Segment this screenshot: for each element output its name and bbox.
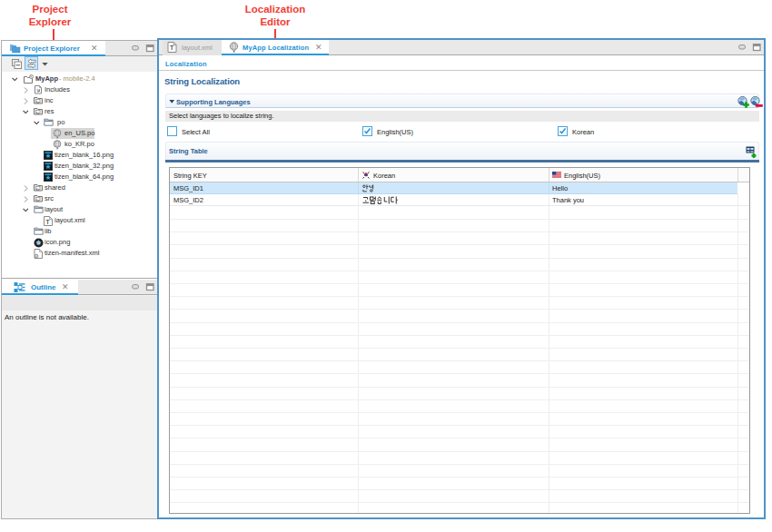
svg-text:T: T — [46, 219, 50, 225]
svg-text:T: T — [170, 44, 174, 51]
